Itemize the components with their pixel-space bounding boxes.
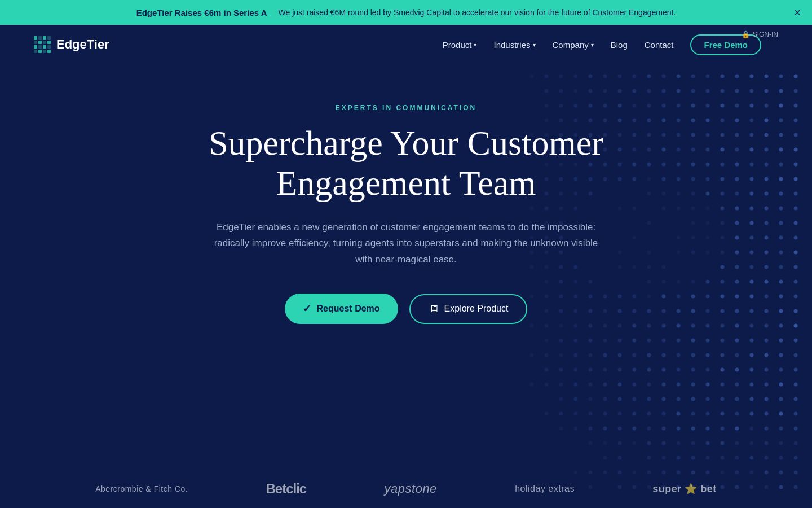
svg-point-50 [721, 89, 725, 93]
svg-point-371 [765, 368, 769, 372]
nav-blog[interactable]: Blog [611, 37, 628, 52]
svg-point-29 [677, 75, 681, 78]
svg-point-140 [721, 163, 725, 167]
svg-point-211 [677, 236, 681, 240]
svg-point-431 [603, 427, 607, 431]
svg-point-81 [647, 119, 651, 122]
svg-point-424 [750, 412, 754, 416]
svg-point-65 [677, 104, 681, 108]
svg-point-427 [794, 412, 798, 416]
banner-close-button[interactable]: × [794, 7, 801, 18]
svg-point-156 [677, 177, 681, 181]
svg-point-192 [750, 207, 754, 211]
sign-in-link[interactable]: 🔒 SIGN-IN [742, 30, 778, 38]
svg-point-108 [765, 133, 769, 137]
svg-point-127 [794, 148, 798, 152]
svg-point-470 [765, 456, 769, 460]
svg-point-438 [706, 427, 710, 431]
logos-bar: Abercrombie & Fitch Co. Betclic yapstone… [0, 481, 812, 497]
svg-point-178 [779, 192, 783, 196]
svg-point-90 [779, 119, 783, 122]
svg-point-142 [750, 163, 754, 167]
svg-point-117 [647, 148, 651, 152]
svg-point-260 [765, 280, 769, 284]
svg-point-395 [589, 397, 593, 401]
svg-point-376 [559, 383, 563, 387]
svg-point-228 [721, 251, 725, 255]
svg-point-194 [779, 207, 783, 211]
svg-point-174 [721, 192, 725, 196]
svg-point-190 [721, 207, 725, 211]
svg-point-415 [618, 412, 622, 416]
svg-point-388 [735, 383, 739, 387]
nav-product[interactable]: Product ▾ [443, 37, 477, 52]
svg-point-322 [589, 339, 593, 343]
banner-message: We just raised €6M round led by Smedvig … [279, 8, 676, 17]
svg-point-28 [662, 75, 666, 78]
logo[interactable]: EdgeTier [34, 36, 109, 53]
svg-point-223 [618, 251, 622, 255]
svg-point-254 [677, 280, 681, 284]
svg-point-463 [662, 456, 666, 460]
svg-point-288 [633, 309, 637, 313]
svg-point-33 [735, 75, 739, 78]
svg-point-100 [647, 133, 651, 137]
svg-point-361 [618, 368, 622, 372]
svg-point-115 [618, 148, 622, 152]
svg-point-409 [794, 397, 798, 401]
svg-point-396 [603, 397, 607, 401]
svg-point-271 [647, 295, 651, 299]
svg-point-239 [633, 265, 637, 269]
svg-point-481 [691, 471, 695, 475]
svg-point-306 [618, 324, 622, 328]
svg-point-447 [618, 441, 622, 445]
svg-point-314 [735, 324, 739, 328]
svg-point-291 [677, 309, 681, 313]
svg-point-346 [662, 353, 666, 357]
svg-point-37 [794, 75, 798, 78]
svg-point-69 [735, 104, 739, 108]
nav-industries[interactable]: Industries ▾ [493, 37, 535, 52]
explore-product-button[interactable]: 🖥 Explore Product [409, 294, 528, 324]
svg-point-394 [574, 397, 578, 401]
svg-point-102 [677, 133, 681, 137]
svg-point-187 [677, 207, 681, 211]
svg-point-482 [706, 471, 710, 475]
nav-contact[interactable]: Contact [645, 37, 674, 52]
svg-point-162 [765, 177, 769, 181]
svg-point-55 [794, 89, 798, 93]
svg-point-136 [662, 163, 666, 167]
svg-point-353 [765, 353, 769, 357]
svg-point-227 [706, 251, 710, 255]
svg-point-384 [677, 383, 681, 387]
svg-point-256 [706, 280, 710, 284]
svg-point-158 [706, 177, 710, 181]
svg-point-458 [779, 441, 783, 445]
nav-company[interactable]: Company ▾ [553, 37, 594, 52]
svg-point-323 [603, 339, 607, 343]
logo-betclic: Betclic [266, 481, 307, 497]
svg-point-315 [750, 324, 754, 328]
svg-point-391 [779, 383, 783, 387]
svg-point-214 [721, 236, 725, 240]
svg-point-232 [779, 251, 783, 255]
svg-point-303 [574, 324, 578, 328]
monitor-icon: 🖥 [429, 303, 439, 315]
svg-point-124 [750, 148, 754, 152]
svg-point-280 [779, 295, 783, 299]
svg-point-308 [647, 324, 651, 328]
svg-point-426 [779, 412, 783, 416]
svg-point-275 [706, 295, 710, 299]
svg-point-298 [779, 309, 783, 313]
svg-point-244 [750, 265, 754, 269]
svg-point-439 [721, 427, 725, 431]
svg-point-464 [677, 456, 681, 460]
request-demo-button[interactable]: ✓ Request Demo [285, 294, 398, 324]
svg-point-432 [618, 427, 622, 431]
logo-yapstone: yapstone [385, 481, 437, 496]
svg-point-91 [794, 119, 798, 122]
svg-point-143 [765, 163, 769, 167]
svg-point-413 [589, 412, 593, 416]
svg-point-62 [633, 104, 637, 108]
svg-point-404 [721, 397, 725, 401]
